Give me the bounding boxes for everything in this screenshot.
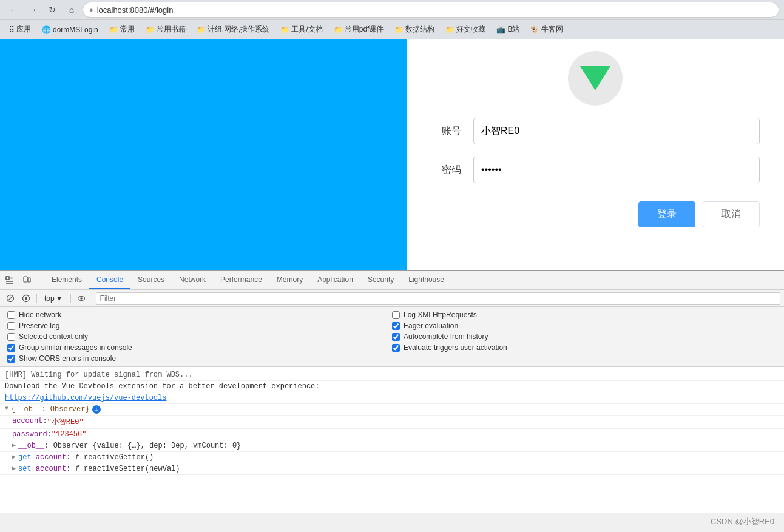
bookmark-common[interactable]: 📁 常用 — [106, 23, 138, 36]
option-label: Eager evaluation — [404, 322, 458, 330]
home-button[interactable]: ⌂ — [63, 1, 80, 18]
eval-triggers-checkbox[interactable] — [392, 344, 400, 352]
folder-icon: 📁 — [445, 25, 455, 34]
console-text: __ob__: Observer {value: {…}, dep: Dep, … — [18, 442, 241, 450]
bookmarks-bar: ⠿ 应用 🌐 dormMSLogin 📁 常用 📁 常用书籍 📁 计组,网络,操… — [0, 19, 784, 39]
eager-eval-checkbox[interactable] — [392, 322, 400, 330]
tab-application[interactable]: Application — [310, 272, 360, 289]
option-label: Hide network — [19, 311, 61, 319]
bookmark-dormms[interactable]: 🌐 dormMSLogin — [38, 24, 102, 35]
context-selector[interactable]: top ▼ — [41, 293, 67, 304]
expand-icon[interactable]: ▶ — [12, 465, 16, 472]
options-right: Log XMLHttpRequests Eager evaluation Aut… — [392, 311, 777, 363]
autocomplete-checkbox[interactable] — [392, 333, 400, 341]
expand-icon[interactable]: ▼ — [5, 405, 8, 412]
bookmark-label: 好文收藏 — [456, 24, 485, 35]
login-button[interactable]: 登录 — [638, 201, 695, 227]
folder-icon: 📁 — [109, 25, 118, 34]
folder-icon: 📁 — [394, 25, 404, 34]
preserve-log-checkbox[interactable] — [7, 322, 15, 330]
devtools-panel: Elements Console Sources Network Perform… — [0, 270, 784, 513]
option-eval-triggers: Evaluate triggers user activation — [392, 343, 777, 352]
option-label: Group similar messages in console — [19, 343, 132, 352]
folder-icon: 📁 — [334, 25, 343, 34]
toolbar-separator3 — [92, 294, 92, 303]
console-toolbar: top ▼ — [0, 290, 784, 307]
info-icon[interactable]: i — [92, 405, 101, 414]
bookmark-articles[interactable]: 📁 好文收藏 — [442, 23, 489, 36]
bookmark-ds[interactable]: 📁 数据结构 — [391, 23, 438, 36]
options-left: Hide network Preserve log Selected conte… — [7, 311, 392, 363]
forward-button[interactable]: → — [24, 1, 41, 18]
tab-elements[interactable]: Elements — [44, 272, 89, 289]
svg-rect-10 — [25, 297, 27, 300]
cancel-button[interactable]: 取消 — [703, 201, 760, 227]
log-xml-checkbox[interactable] — [392, 311, 400, 319]
logo-area — [431, 51, 760, 106]
option-label: Preserve log — [19, 322, 59, 330]
console-text: : — [47, 430, 52, 439]
toolbar-separator — [36, 294, 37, 303]
tab-memory[interactable]: Memory — [269, 272, 310, 289]
bookmark-tools[interactable]: 📁 工具/文档 — [277, 23, 326, 36]
console-text: {__ob__: Observer} — [11, 405, 90, 414]
security-icon: ● — [89, 6, 93, 13]
console-value: "小智RE0" — [47, 417, 84, 427]
address-bar[interactable]: ● localhost:8080/#/login — [83, 2, 779, 18]
console-line-expand: ▶ set account: f reactiveSetter(newVal) — [0, 463, 784, 475]
folder-icon: 📁 — [280, 25, 289, 34]
bookmark-niuke[interactable]: 🐮 牛客网 — [527, 23, 567, 36]
bookmark-cs[interactable]: 📁 计组,网络,操作系统 — [193, 23, 274, 36]
bookmark-label: 计组,网络,操作系统 — [208, 24, 270, 35]
console-text: : — [42, 417, 47, 425]
expand-icon[interactable]: ▶ — [12, 442, 16, 449]
account-label: 账号 — [431, 125, 461, 138]
bookmark-label: 常用pdf课件 — [345, 24, 384, 35]
console-text: set account: f reactiveSetter(newVal) — [18, 465, 180, 473]
password-row: 密码 — [431, 157, 760, 183]
console-text: Download the Vue Devtools extension for … — [5, 382, 319, 391]
watermark: CSDN @小智RE0 — [711, 516, 774, 527]
tab-console[interactable]: Console — [89, 272, 130, 289]
option-eager-eval: Eager evaluation — [392, 322, 777, 330]
account-input[interactable] — [473, 118, 760, 144]
bookmark-books[interactable]: 📁 常用书籍 — [142, 23, 189, 36]
selected-context-checkbox[interactable] — [7, 333, 15, 341]
filter-input[interactable] — [96, 292, 780, 305]
console-line-expand: ▶ get account: f reactiveGetter() — [0, 452, 784, 463]
reload-button[interactable]: ↻ — [44, 1, 61, 18]
console-line-object: ▼ {__ob__: Observer} i — [0, 404, 784, 416]
tab-network[interactable]: Network — [172, 272, 213, 289]
option-log-xml: Log XMLHttpRequests — [392, 311, 777, 319]
clear-console-icon[interactable] — [4, 292, 17, 305]
page-content: 账号 密码 登录 取消 — [0, 39, 784, 270]
eye-icon[interactable] — [75, 292, 88, 305]
toolbar-separator2 — [70, 294, 71, 303]
option-autocomplete: Autocomplete from history — [392, 332, 777, 341]
bookmark-apps[interactable]: ⠿ 应用 — [5, 23, 35, 36]
console-key: account — [12, 417, 42, 425]
back-button[interactable]: ← — [5, 1, 22, 18]
stop-icon[interactable] — [19, 292, 33, 305]
hide-network-checkbox[interactable] — [7, 311, 15, 319]
bookmark-label: 牛客网 — [541, 24, 563, 35]
globe-icon: 🌐 — [42, 25, 51, 34]
expand-icon[interactable]: ▶ — [12, 453, 16, 460]
bookmark-bilibili[interactable]: 📺 B站 — [493, 23, 523, 36]
bookmark-pdf[interactable]: 📁 常用pdf课件 — [330, 23, 388, 36]
cors-errors-checkbox[interactable] — [7, 355, 15, 363]
tab-sources[interactable]: Sources — [130, 272, 172, 289]
password-input[interactable] — [473, 157, 760, 183]
console-link[interactable]: https://github.com/vuejs/vue-devtools — [5, 394, 166, 402]
tab-lighthouse[interactable]: Lighthouse — [401, 272, 451, 289]
group-similar-checkbox[interactable] — [7, 344, 15, 352]
tab-performance[interactable]: Performance — [213, 272, 269, 289]
bookmark-label: dormMSLogin — [53, 25, 98, 34]
right-panel: 账号 密码 登录 取消 — [407, 39, 784, 270]
console-text: get account: f reactiveGetter() — [18, 453, 154, 462]
tab-security[interactable]: Security — [360, 272, 401, 289]
device-icon[interactable] — [19, 273, 34, 288]
option-label: Selected context only — [19, 332, 88, 341]
site-icon: 🐮 — [530, 25, 539, 34]
inspect-icon[interactable] — [2, 273, 17, 288]
